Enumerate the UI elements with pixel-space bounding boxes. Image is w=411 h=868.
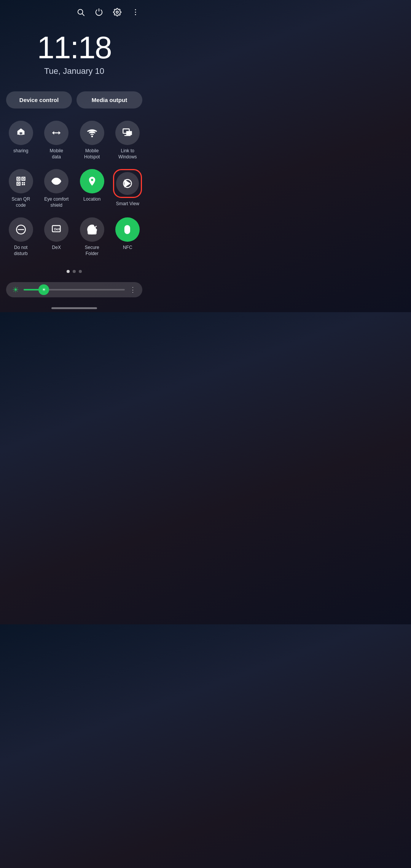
svg-point-2	[116, 11, 118, 13]
svg-rect-18	[22, 182, 23, 184]
location-icon	[80, 169, 104, 193]
mobile-data-icon	[44, 121, 68, 145]
qr-icon	[9, 169, 33, 193]
location-label: Location	[83, 196, 100, 203]
tile-eye-comfort[interactable]: Eye comfortshield	[39, 165, 75, 214]
svg-rect-7	[21, 134, 22, 135]
svg-rect-15	[18, 178, 19, 180]
more-options-icon[interactable]	[130, 7, 141, 18]
search-icon[interactable]	[75, 7, 86, 18]
smart-view-label: Smart View	[116, 201, 139, 207]
tile-nearby-share[interactable]: sharing	[3, 117, 39, 165]
pagination-dots	[0, 266, 148, 279]
svg-rect-30	[88, 229, 96, 234]
hotspot-label: MobileHotspot	[84, 148, 100, 160]
svg-point-3	[135, 9, 136, 10]
link-windows-icon	[115, 121, 140, 145]
svg-rect-17	[18, 183, 19, 185]
tile-link-windows[interactable]: Link toWindows	[110, 117, 146, 165]
tile-scan-qr[interactable]: Scan QRcode	[3, 165, 39, 214]
svg-line-1	[82, 14, 84, 16]
tile-location[interactable]: Location	[74, 165, 110, 214]
home-indicator[interactable]	[0, 303, 148, 311]
svg-rect-6	[19, 134, 20, 135]
clock-time: 11:18	[8, 32, 141, 63]
quick-buttons-row: Device control Media output	[0, 84, 148, 113]
tile-mobile-data[interactable]: Mobiledata	[39, 117, 75, 165]
tile-mobile-hotspot[interactable]: MobileHotspot	[74, 117, 110, 165]
tile-smart-view[interactable]: Smart View	[110, 165, 146, 214]
mobile-data-label: Mobiledata	[50, 148, 63, 160]
dex-icon: DeX	[44, 217, 68, 242]
nearby-share-icon	[9, 121, 33, 145]
hotspot-icon	[80, 121, 104, 145]
scan-qr-label: Scan QRcode	[11, 196, 30, 208]
svg-marker-24	[124, 180, 131, 188]
link-windows-label: Link toWindows	[118, 148, 137, 160]
svg-point-23	[55, 180, 56, 181]
dnd-icon	[9, 217, 33, 242]
tile-dnd[interactable]: Do notdisturb	[3, 214, 39, 262]
tile-secure-folder[interactable]: SecureFolder	[74, 214, 110, 262]
svg-text:DeX: DeX	[54, 228, 60, 231]
svg-point-9	[92, 136, 92, 137]
power-icon[interactable]	[94, 7, 104, 18]
tile-nfc[interactable]: NFC	[110, 214, 146, 262]
dnd-label: Do notdisturb	[14, 245, 28, 257]
settings-icon[interactable]	[112, 7, 123, 18]
dot-2	[73, 270, 76, 273]
dot-3	[79, 270, 82, 273]
top-bar	[0, 0, 148, 21]
svg-point-4	[135, 12, 136, 13]
nfc-label: NFC	[123, 245, 132, 251]
svg-rect-16	[22, 178, 24, 180]
smart-view-icon	[116, 172, 139, 195]
dex-label: DeX	[52, 245, 61, 251]
dot-1	[67, 270, 70, 273]
brightness-thumb[interactable]: ☀	[38, 284, 49, 295]
tiles-grid: sharing Mobiledata MobileHotspot Link to…	[0, 113, 148, 266]
eye-comfort-icon	[44, 169, 68, 193]
clock-section: 11:18 Tue, January 10	[0, 21, 148, 84]
brightness-sun-icon: ☀	[12, 285, 19, 294]
tile-dex[interactable]: DeX DeX	[39, 214, 75, 262]
nearby-share-label: sharing	[13, 148, 28, 154]
secure-folder-icon	[80, 217, 104, 242]
media-output-button[interactable]: Media output	[76, 91, 142, 108]
device-control-button[interactable]: Device control	[6, 91, 72, 108]
clock-date: Tue, January 10	[8, 66, 141, 76]
brightness-more-icon[interactable]: ⋮	[129, 286, 136, 294]
brightness-track[interactable]: ☀	[24, 289, 125, 290]
svg-point-5	[135, 14, 136, 15]
brightness-bar[interactable]: ☀ ☀ ⋮	[6, 282, 142, 297]
nfc-icon	[115, 217, 140, 242]
svg-rect-11	[126, 131, 132, 135]
eye-comfort-label: Eye comfortshield	[44, 196, 68, 208]
secure-folder-label: SecureFolder	[85, 245, 99, 257]
svg-rect-20	[22, 184, 23, 185]
svg-rect-21	[24, 182, 25, 184]
home-bar	[51, 307, 97, 309]
svg-rect-19	[24, 184, 25, 185]
brightness-thumb-icon: ☀	[42, 287, 46, 292]
